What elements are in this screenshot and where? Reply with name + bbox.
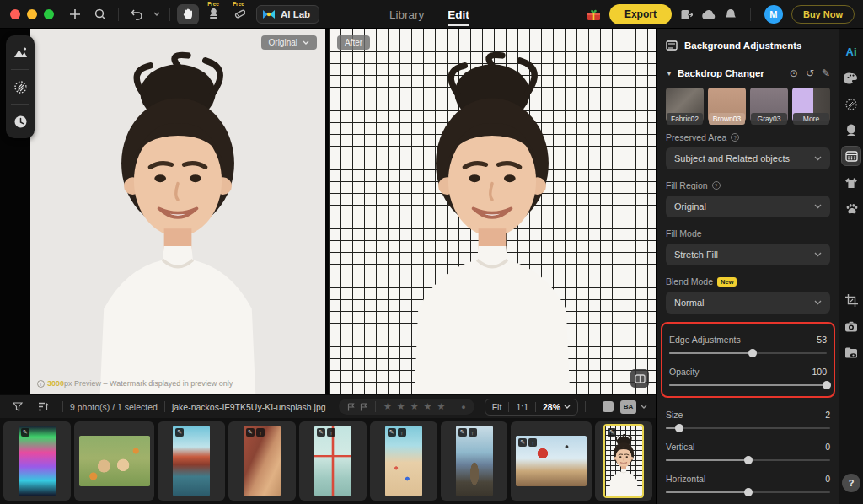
crop-tool-icon[interactable]: [839, 287, 863, 314]
star-rating-5[interactable]: ★: [437, 401, 445, 412]
slider-track[interactable]: [666, 427, 830, 429]
before-after-view-button[interactable]: BA: [620, 400, 636, 414]
zoom-level-dropdown[interactable]: 28%: [536, 402, 577, 412]
slider-knob[interactable]: [675, 424, 683, 432]
neon-sign-thumbnail[interactable]: ✎: [19, 426, 56, 496]
tab-edit[interactable]: Edit: [448, 0, 469, 29]
vertical-slider: Vertical 0: [666, 442, 830, 461]
compare-split-view-button[interactable]: [630, 369, 649, 388]
texture-grain-icon[interactable]: [839, 91, 863, 117]
star-rating-3[interactable]: ★: [410, 401, 419, 412]
minimize-window-button[interactable]: [27, 9, 37, 19]
one-to-one-zoom-button[interactable]: 1:1: [509, 402, 535, 412]
filmstrip-item[interactable]: ✎ ↑: [299, 421, 367, 501]
blend-mode-dropdown[interactable]: Normal: [666, 292, 830, 314]
filmstrip-item[interactable]: ✎ ↑: [511, 421, 591, 501]
filmstrip-item[interactable]: ✎ ↑: [228, 421, 296, 501]
filmstrip-item[interactable]: ✎ ↑: [441, 421, 508, 501]
slider-knob[interactable]: [744, 456, 753, 464]
clothing-shirt-icon[interactable]: [839, 169, 863, 196]
slider-knob[interactable]: [823, 381, 831, 389]
pet-paw-icon[interactable]: [839, 196, 863, 222]
camera-raw-icon[interactable]: [839, 314, 863, 340]
collapse-caret-icon[interactable]: ▼: [666, 70, 673, 78]
undo-button[interactable]: [126, 4, 147, 24]
horizontal-slider: Horizontal 0: [666, 474, 830, 493]
filter-icon[interactable]: [7, 397, 29, 417]
star-rating-1[interactable]: ★: [383, 401, 392, 412]
filmstrip-item[interactable]: ✎ ↑: [370, 421, 437, 501]
zoom-window-button[interactable]: [44, 9, 54, 19]
swatch-brown03[interactable]: Brown03: [708, 88, 746, 121]
search-button[interactable]: [89, 4, 111, 24]
street-buildings-thumbnail[interactable]: ✎ ↑: [244, 426, 281, 496]
slider-track[interactable]: [669, 384, 827, 386]
user-avatar[interactable]: M: [764, 5, 783, 24]
slider-track[interactable]: [666, 491, 830, 493]
edit-mask-icon[interactable]: ✎: [822, 67, 830, 79]
flag-pick-icon[interactable]: [347, 403, 355, 411]
notifications-bell-icon[interactable]: [725, 8, 737, 21]
hot-air-balloons-thumbnail[interactable]: ✎ ↑: [516, 436, 587, 486]
single-view-button[interactable]: [603, 401, 614, 412]
filmstrip-item[interactable]: ✎: [158, 421, 225, 501]
divider: [62, 401, 63, 412]
mask-texture-icon[interactable]: [6, 70, 35, 104]
presets-icon[interactable]: [6, 35, 35, 69]
slider-knob[interactable]: [748, 349, 757, 357]
help-button[interactable]: ?: [842, 474, 860, 492]
filmstrip-item[interactable]: [74, 421, 154, 501]
portrait-face-icon[interactable]: [839, 117, 863, 143]
beach-aerial-thumbnail[interactable]: ✎ ↑: [385, 426, 422, 496]
lakeside-houses-thumbnail[interactable]: ✎: [173, 426, 210, 496]
fit-zoom-button[interactable]: Fit: [485, 402, 509, 412]
hand-tool-button[interactable]: [177, 4, 199, 24]
fill-region-dropdown[interactable]: Original: [666, 196, 830, 217]
sea-lion-thumbnail[interactable]: ✎ ↑: [456, 426, 493, 496]
flag-reject-icon[interactable]: [360, 403, 367, 411]
buy-now-button[interactable]: Buy Now: [791, 5, 855, 24]
eraser-tool-button[interactable]: Free: [228, 4, 249, 24]
reset-icon[interactable]: ↺: [806, 67, 814, 79]
star-rating-4[interactable]: ★: [424, 401, 432, 412]
backdrop-tool-icon[interactable]: [841, 146, 861, 166]
preserved-area-dropdown[interactable]: Subject and Related objects: [666, 147, 830, 169]
slider-knob[interactable]: [744, 488, 753, 496]
add-photos-button[interactable]: [64, 4, 86, 24]
after-image[interactable]: After: [329, 29, 656, 394]
sort-icon[interactable]: [32, 397, 54, 417]
tab-library[interactable]: Library: [389, 0, 424, 29]
swatch-more[interactable]: More: [792, 88, 830, 121]
filmstrip-item[interactable]: ✎: [3, 421, 71, 501]
window-controls[interactable]: [10, 9, 54, 19]
before-image[interactable]: Original i 3000px Preview – Watermark di…: [30, 29, 325, 394]
close-window-button[interactable]: [10, 9, 20, 19]
filmstrip-item-selected[interactable]: ✎: [595, 421, 652, 501]
chevron-down-icon[interactable]: [641, 405, 647, 409]
portrait-thumbnail[interactable]: ✎: [605, 426, 642, 496]
catalog-folder-icon[interactable]: [839, 340, 863, 366]
undo-history-chevron[interactable]: [151, 4, 163, 24]
slider-track[interactable]: [669, 352, 827, 354]
before-state-dropdown[interactable]: Original: [261, 35, 317, 50]
ai-lab-button[interactable]: AI Lab: [256, 5, 319, 24]
cloud-sync-icon[interactable]: [701, 9, 716, 20]
color-palette-icon[interactable]: [839, 65, 863, 91]
puppies-thumbnail[interactable]: [79, 436, 150, 486]
color-label-icon[interactable]: ●: [461, 403, 465, 411]
edited-badge: ✎: [246, 428, 255, 437]
clone-stamp-tool-button[interactable]: Free: [202, 4, 224, 24]
backdrop-changer-header[interactable]: ▼ Backdrop Changer ⊙ ↺ ✎: [666, 67, 830, 79]
star-rating-2[interactable]: ★: [397, 401, 405, 412]
slider-track[interactable]: [666, 459, 830, 461]
history-clock-icon[interactable]: [6, 105, 35, 138]
export-button[interactable]: Export: [609, 4, 672, 24]
fill-mode-dropdown[interactable]: Stretch Fill: [666, 244, 830, 265]
swatch-gray03[interactable]: Gray03: [750, 88, 788, 121]
share-icon[interactable]: [680, 8, 693, 21]
tokyo-tower-thumbnail[interactable]: ✎ ↑: [314, 426, 351, 496]
gift-icon[interactable]: [587, 8, 601, 21]
ai-tools-icon[interactable]: Ai: [839, 39, 863, 65]
swatch-fabric02[interactable]: Fabric02: [666, 88, 704, 121]
visibility-icon[interactable]: ⊙: [790, 67, 798, 79]
